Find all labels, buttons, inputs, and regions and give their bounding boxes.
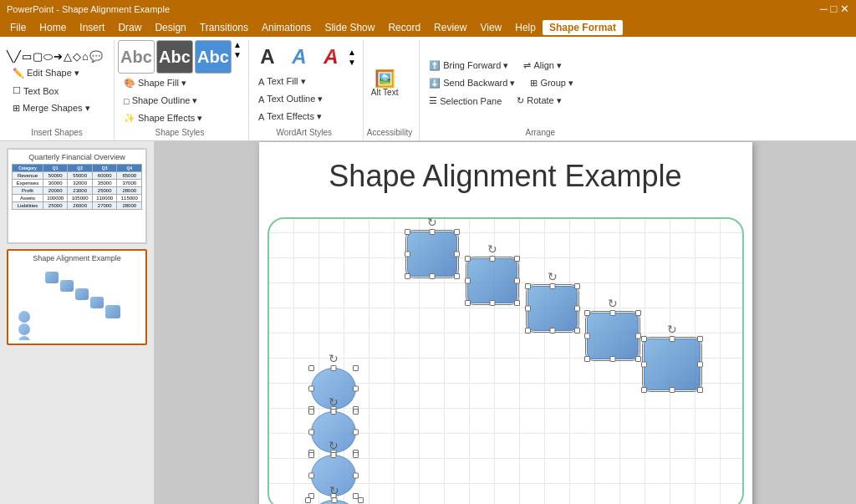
handle-tr-1[interactable] — [454, 229, 460, 235]
wordart-scroll[interactable]: ▲ ▼ — [348, 48, 356, 67]
style-scroll[interactable]: ▲ ▼ — [233, 40, 242, 74]
shape-chevron[interactable]: ⌂ — [82, 50, 89, 64]
align-btn[interactable]: ⇌ Align ▾ — [517, 58, 568, 74]
shape-square-4[interactable]: ↻ — [587, 313, 639, 359]
handle-ml-1[interactable] — [405, 251, 410, 257]
handle-c2-tr[interactable] — [353, 409, 359, 415]
style-none[interactable]: Abc — [118, 40, 155, 74]
handle-tr-3[interactable] — [574, 283, 580, 289]
handle-c1-mr[interactable] — [353, 385, 359, 391]
handle-tl-2[interactable] — [465, 256, 471, 262]
handle-mr-3[interactable] — [574, 305, 580, 311]
handle-mr-2[interactable] — [514, 277, 520, 283]
rotate-btn[interactable]: ↻ Rotate ▾ — [511, 93, 567, 109]
handle-tl-5[interactable] — [641, 336, 647, 342]
menu-transitions[interactable]: Transitions — [193, 20, 255, 35]
bring-forward-btn[interactable]: ⬆️ Bring Forward ▾ — [423, 58, 514, 74]
handle-mr-4[interactable] — [635, 333, 641, 339]
shape-round-rect[interactable]: ▢ — [33, 50, 43, 64]
shape-square-5[interactable]: ↻ — [644, 339, 701, 390]
menu-home[interactable]: Home — [33, 20, 73, 35]
handle-tm-5[interactable] — [669, 336, 675, 342]
handle-c1-tr[interactable] — [353, 365, 359, 371]
merge-shapes-btn[interactable]: ⊞ Merge Shapes ▾ — [7, 100, 107, 116]
shape-triangle[interactable]: △ — [64, 50, 72, 64]
edit-shape-btn[interactable]: ✏️ Edit Shape ▾ — [7, 65, 107, 81]
shape-arrow[interactable]: ➔ — [54, 50, 63, 64]
handle-c2-tm[interactable] — [330, 409, 336, 415]
handle-tl-1[interactable] — [405, 229, 410, 235]
wordart-plain[interactable]: A — [252, 42, 283, 72]
style-blue[interactable]: Abc — [195, 40, 232, 74]
rotate-handle-c1[interactable]: ↻ — [329, 352, 339, 365]
handle-bl-2[interactable] — [465, 300, 471, 306]
handle-c3-mr[interactable] — [353, 472, 359, 478]
shape-fill-btn[interactable]: 🎨 Shape Fill ▾ — [118, 75, 242, 91]
handle-bl-3[interactable] — [525, 328, 531, 333]
handle-br-1[interactable] — [454, 273, 460, 279]
menu-insert[interactable]: Insert — [73, 20, 111, 35]
handle-tm-4[interactable] — [609, 310, 615, 316]
handle-c2-ml[interactable] — [308, 429, 314, 435]
rotate-handle-5[interactable]: ↻ — [667, 323, 677, 336]
group-btn[interactable]: ⊞ Group ▾ — [524, 75, 579, 91]
slide-thumb-1[interactable]: Quarterly Financial Overview CategoryQ1Q… — [7, 148, 147, 244]
shape-line[interactable]: ╲ — [7, 50, 13, 64]
rotate-handle-c4[interactable]: ↻ — [329, 484, 339, 497]
handle-br-3[interactable] — [574, 328, 580, 333]
handle-bm-1[interactable] — [429, 273, 435, 279]
handle-c1-ml[interactable] — [308, 385, 314, 391]
handle-tr-5[interactable] — [697, 336, 703, 342]
menu-shapeformat[interactable]: Shape Format — [543, 20, 623, 35]
shape-line2[interactable]: ╱ — [14, 50, 21, 64]
alt-text-btn[interactable]: 🖼️ Alt Text — [367, 68, 403, 99]
handle-tr-2[interactable] — [514, 256, 520, 262]
handle-tl-3[interactable] — [525, 283, 531, 289]
selection-pane-btn[interactable]: ☰ Selection Pane — [423, 93, 507, 109]
handle-c3-tr[interactable] — [353, 452, 359, 458]
handle-c4-tr[interactable] — [358, 497, 364, 503]
handle-c2-mr[interactable] — [353, 429, 359, 435]
send-backward-btn[interactable]: ⬇️ Send Backward ▾ — [423, 75, 521, 91]
handle-c3-tm[interactable] — [330, 452, 336, 458]
handle-bm-2[interactable] — [489, 300, 495, 306]
handle-bm-3[interactable] — [549, 328, 555, 333]
rotate-handle-c3[interactable]: ↻ — [329, 439, 339, 452]
handle-ml-2[interactable] — [465, 277, 471, 283]
shape-effects-btn[interactable]: ✨ Shape Effects ▾ — [118, 110, 242, 126]
text-effects-btn[interactable]: A Text Effects ▾ — [252, 109, 356, 125]
handle-br-4[interactable] — [635, 356, 641, 362]
handle-c4-tl[interactable] — [305, 497, 311, 503]
shape-oval[interactable]: ⬭ — [43, 50, 53, 64]
shape-rect[interactable]: ▭ — [22, 50, 32, 64]
rotate-handle-1[interactable]: ↻ — [427, 216, 437, 229]
canvas-area[interactable]: Shape Alignment Example ↻ — [155, 141, 856, 504]
handle-ml-3[interactable] — [525, 305, 531, 311]
menu-file[interactable]: File — [3, 20, 33, 35]
shape-circ-4[interactable]: ↻ — [308, 500, 361, 505]
handle-ml-4[interactable] — [584, 333, 590, 339]
menu-animations[interactable]: Animations — [255, 20, 318, 35]
handle-br-5[interactable] — [697, 387, 703, 393]
wordart-red[interactable]: A — [316, 42, 346, 72]
shape-diamond[interactable]: ◇ — [73, 50, 81, 64]
handle-bl-5[interactable] — [641, 387, 647, 393]
handle-tr-4[interactable] — [635, 310, 641, 316]
menu-help[interactable]: Help — [508, 20, 543, 35]
handle-br-2[interactable] — [514, 300, 520, 306]
menu-record[interactable]: Record — [381, 20, 427, 35]
menu-draw[interactable]: Draw — [111, 20, 148, 35]
handle-bm-4[interactable] — [609, 356, 615, 362]
handle-tm-2[interactable] — [489, 256, 495, 262]
handle-tl-4[interactable] — [584, 310, 590, 316]
style-dark[interactable]: Abc — [156, 40, 193, 74]
shape-outline-btn[interactable]: □ Shape Outline ▾ — [118, 93, 242, 109]
handle-bl-4[interactable] — [584, 356, 590, 362]
text-box-btn[interactable]: ☐ Text Box — [7, 83, 107, 99]
handle-c1-tm[interactable] — [330, 365, 336, 371]
rotate-handle-4[interactable]: ↻ — [608, 297, 618, 310]
handle-mr-1[interactable] — [454, 251, 460, 257]
shape-square-3[interactable]: ↻ — [527, 286, 578, 331]
handle-c1-tl[interactable] — [308, 365, 314, 371]
shape-square-2[interactable]: ↻ — [467, 258, 517, 303]
